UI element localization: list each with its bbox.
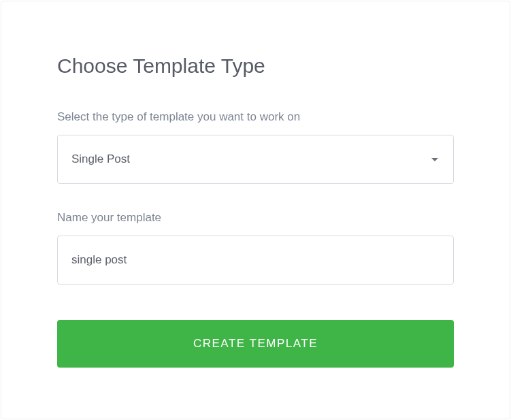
template-type-panel: Choose Template Type Select the type of …: [1, 1, 510, 419]
template-type-field: Select the type of template you want to …: [57, 110, 454, 184]
template-type-select-display[interactable]: Single Post: [57, 135, 454, 184]
panel-title: Choose Template Type: [57, 54, 454, 78]
template-name-label: Name your template: [57, 211, 454, 225]
template-name-field: Name your template: [57, 211, 454, 285]
template-type-label: Select the type of template you want to …: [57, 110, 454, 124]
create-template-button[interactable]: CREATE TEMPLATE: [57, 320, 454, 368]
chevron-down-icon: [431, 158, 438, 161]
template-name-input[interactable]: [57, 236, 454, 285]
template-type-selected-value: Single Post: [71, 152, 130, 166]
template-type-select[interactable]: Single Post: [57, 135, 454, 184]
